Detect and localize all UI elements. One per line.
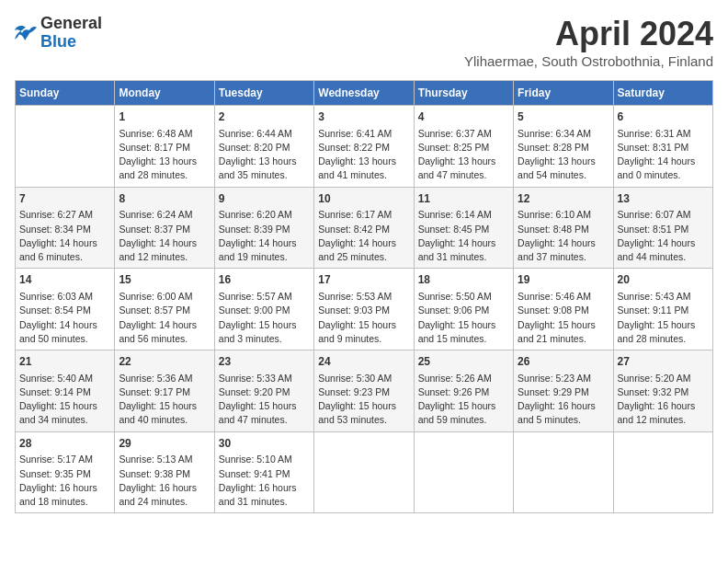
day-info: Sunrise: 6:27 AM Sunset: 8:34 PM Dayligh… bbox=[19, 208, 110, 264]
logo-blue-text: Blue bbox=[40, 32, 76, 51]
page-header: General Blue April 2024 Ylihaermae, Sout… bbox=[15, 15, 713, 69]
day-number: 3 bbox=[318, 109, 409, 125]
calendar-week-row: 28Sunrise: 5:17 AM Sunset: 9:35 PM Dayli… bbox=[16, 431, 713, 513]
calendar-cell: 3Sunrise: 6:41 AM Sunset: 8:22 PM Daylig… bbox=[314, 106, 414, 188]
calendar-week-row: 21Sunrise: 5:40 AM Sunset: 9:14 PM Dayli… bbox=[16, 350, 713, 432]
day-number: 5 bbox=[518, 109, 609, 125]
day-number: 21 bbox=[19, 354, 110, 370]
calendar-cell: 9Sunrise: 6:20 AM Sunset: 8:39 PM Daylig… bbox=[214, 187, 313, 269]
day-number: 28 bbox=[19, 436, 110, 452]
calendar-cell: 14Sunrise: 6:03 AM Sunset: 8:54 PM Dayli… bbox=[16, 269, 115, 350]
calendar-cell: 21Sunrise: 5:40 AM Sunset: 9:14 PM Dayli… bbox=[16, 350, 115, 432]
day-info: Sunrise: 6:44 AM Sunset: 8:20 PM Dayligh… bbox=[219, 127, 310, 183]
calendar-cell: 2Sunrise: 6:44 AM Sunset: 8:20 PM Daylig… bbox=[214, 106, 313, 188]
calendar-cell: 23Sunrise: 5:33 AM Sunset: 9:20 PM Dayli… bbox=[214, 350, 313, 432]
calendar-cell bbox=[514, 431, 613, 513]
month-title: April 2024 bbox=[464, 15, 713, 53]
day-info: Sunrise: 6:07 AM Sunset: 8:51 PM Dayligh… bbox=[618, 208, 709, 264]
calendar-week-row: 14Sunrise: 6:03 AM Sunset: 8:54 PM Dayli… bbox=[16, 269, 713, 350]
calendar-week-row: 7Sunrise: 6:27 AM Sunset: 8:34 PM Daylig… bbox=[16, 187, 713, 269]
calendar-cell: 28Sunrise: 5:17 AM Sunset: 9:35 PM Dayli… bbox=[16, 431, 115, 513]
calendar-cell: 29Sunrise: 5:13 AM Sunset: 9:38 PM Dayli… bbox=[115, 431, 214, 513]
day-info: Sunrise: 6:24 AM Sunset: 8:37 PM Dayligh… bbox=[119, 208, 210, 264]
weekday-header: Thursday bbox=[414, 81, 513, 106]
calendar-cell bbox=[314, 431, 414, 513]
title-block: April 2024 Ylihaermae, South Ostrobothni… bbox=[464, 15, 713, 69]
weekday-header-row: SundayMondayTuesdayWednesdayThursdayFrid… bbox=[16, 81, 713, 106]
day-number: 11 bbox=[418, 191, 509, 207]
day-number: 30 bbox=[219, 436, 310, 452]
day-number: 14 bbox=[19, 272, 110, 288]
day-number: 20 bbox=[618, 272, 709, 288]
day-number: 23 bbox=[219, 354, 310, 370]
day-number: 2 bbox=[219, 109, 310, 125]
calendar-cell: 19Sunrise: 5:46 AM Sunset: 9:08 PM Dayli… bbox=[514, 269, 613, 350]
day-info: Sunrise: 5:53 AM Sunset: 9:03 PM Dayligh… bbox=[318, 290, 409, 346]
calendar-cell: 5Sunrise: 6:34 AM Sunset: 8:28 PM Daylig… bbox=[514, 106, 613, 188]
day-number: 10 bbox=[318, 191, 409, 207]
calendar-cell: 12Sunrise: 6:10 AM Sunset: 8:48 PM Dayli… bbox=[514, 187, 613, 269]
weekday-header: Monday bbox=[115, 81, 214, 106]
day-info: Sunrise: 6:34 AM Sunset: 8:28 PM Dayligh… bbox=[518, 127, 609, 183]
calendar-cell: 17Sunrise: 5:53 AM Sunset: 9:03 PM Dayli… bbox=[314, 269, 414, 350]
day-number: 7 bbox=[19, 191, 110, 207]
calendar-cell: 8Sunrise: 6:24 AM Sunset: 8:37 PM Daylig… bbox=[115, 187, 214, 269]
calendar-cell: 11Sunrise: 6:14 AM Sunset: 8:45 PM Dayli… bbox=[414, 187, 513, 269]
day-number: 27 bbox=[618, 354, 709, 370]
day-info: Sunrise: 6:41 AM Sunset: 8:22 PM Dayligh… bbox=[318, 127, 409, 183]
calendar-cell: 6Sunrise: 6:31 AM Sunset: 8:31 PM Daylig… bbox=[613, 106, 712, 188]
logo: General Blue bbox=[15, 15, 102, 52]
calendar-cell: 25Sunrise: 5:26 AM Sunset: 9:26 PM Dayli… bbox=[414, 350, 513, 432]
calendar-cell: 22Sunrise: 5:36 AM Sunset: 9:17 PM Dayli… bbox=[115, 350, 214, 432]
calendar-cell: 7Sunrise: 6:27 AM Sunset: 8:34 PM Daylig… bbox=[16, 187, 115, 269]
calendar-cell: 18Sunrise: 5:50 AM Sunset: 9:06 PM Dayli… bbox=[414, 269, 513, 350]
calendar-cell bbox=[414, 431, 513, 513]
day-number: 26 bbox=[518, 354, 609, 370]
calendar-cell: 1Sunrise: 6:48 AM Sunset: 8:17 PM Daylig… bbox=[115, 106, 214, 188]
day-info: Sunrise: 5:17 AM Sunset: 9:35 PM Dayligh… bbox=[19, 453, 110, 509]
day-info: Sunrise: 5:50 AM Sunset: 9:06 PM Dayligh… bbox=[418, 290, 509, 346]
calendar-cell: 4Sunrise: 6:37 AM Sunset: 8:25 PM Daylig… bbox=[414, 106, 513, 188]
day-number: 13 bbox=[618, 191, 709, 207]
day-number: 9 bbox=[219, 191, 310, 207]
calendar-cell: 13Sunrise: 6:07 AM Sunset: 8:51 PM Dayli… bbox=[613, 187, 712, 269]
day-number: 1 bbox=[119, 109, 210, 125]
day-number: 25 bbox=[418, 354, 509, 370]
day-info: Sunrise: 6:00 AM Sunset: 8:57 PM Dayligh… bbox=[119, 290, 210, 346]
day-number: 17 bbox=[318, 272, 409, 288]
day-info: Sunrise: 5:30 AM Sunset: 9:23 PM Dayligh… bbox=[318, 372, 409, 428]
day-number: 24 bbox=[318, 354, 409, 370]
day-info: Sunrise: 6:37 AM Sunset: 8:25 PM Dayligh… bbox=[418, 127, 509, 183]
day-number: 18 bbox=[418, 272, 509, 288]
weekday-header: Friday bbox=[514, 81, 613, 106]
calendar-cell: 26Sunrise: 5:23 AM Sunset: 9:29 PM Dayli… bbox=[514, 350, 613, 432]
location-subtitle: Ylihaermae, South Ostrobothnia, Finland bbox=[464, 53, 713, 69]
calendar-cell: 10Sunrise: 6:17 AM Sunset: 8:42 PM Dayli… bbox=[314, 187, 414, 269]
calendar-cell: 30Sunrise: 5:10 AM Sunset: 9:41 PM Dayli… bbox=[214, 431, 313, 513]
day-number: 12 bbox=[518, 191, 609, 207]
day-number: 16 bbox=[219, 272, 310, 288]
calendar-cell: 27Sunrise: 5:20 AM Sunset: 9:32 PM Dayli… bbox=[613, 350, 712, 432]
day-number: 6 bbox=[618, 109, 709, 125]
weekday-header: Saturday bbox=[613, 81, 712, 106]
day-number: 15 bbox=[119, 272, 210, 288]
calendar-cell bbox=[16, 106, 115, 188]
calendar-cell: 24Sunrise: 5:30 AM Sunset: 9:23 PM Dayli… bbox=[314, 350, 414, 432]
day-info: Sunrise: 6:31 AM Sunset: 8:31 PM Dayligh… bbox=[618, 127, 709, 183]
day-info: Sunrise: 5:57 AM Sunset: 9:00 PM Dayligh… bbox=[219, 290, 310, 346]
day-info: Sunrise: 6:17 AM Sunset: 8:42 PM Dayligh… bbox=[318, 208, 409, 264]
calendar-cell: 15Sunrise: 6:00 AM Sunset: 8:57 PM Dayli… bbox=[115, 269, 214, 350]
day-info: Sunrise: 5:40 AM Sunset: 9:14 PM Dayligh… bbox=[19, 372, 110, 428]
calendar-cell: 20Sunrise: 5:43 AM Sunset: 9:11 PM Dayli… bbox=[613, 269, 712, 350]
day-info: Sunrise: 5:20 AM Sunset: 9:32 PM Dayligh… bbox=[618, 372, 709, 428]
day-info: Sunrise: 6:10 AM Sunset: 8:48 PM Dayligh… bbox=[518, 208, 609, 264]
day-info: Sunrise: 5:43 AM Sunset: 9:11 PM Dayligh… bbox=[618, 290, 709, 346]
day-info: Sunrise: 5:36 AM Sunset: 9:17 PM Dayligh… bbox=[119, 372, 210, 428]
day-info: Sunrise: 5:26 AM Sunset: 9:26 PM Dayligh… bbox=[418, 372, 509, 428]
logo-text: General Blue bbox=[40, 15, 102, 52]
logo-icon bbox=[15, 24, 37, 42]
day-info: Sunrise: 6:48 AM Sunset: 8:17 PM Dayligh… bbox=[119, 127, 210, 183]
weekday-header: Wednesday bbox=[314, 81, 414, 106]
day-number: 19 bbox=[518, 272, 609, 288]
day-info: Sunrise: 6:20 AM Sunset: 8:39 PM Dayligh… bbox=[219, 208, 310, 264]
